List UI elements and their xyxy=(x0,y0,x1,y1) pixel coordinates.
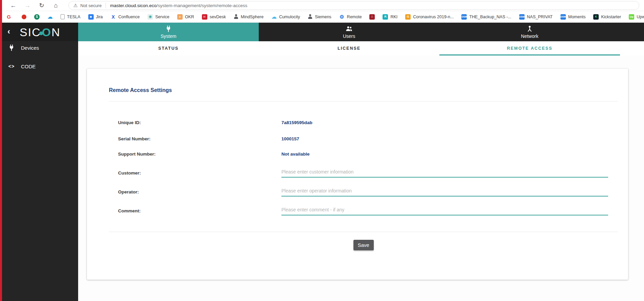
bookmark-label: Remote xyxy=(347,15,362,19)
comment-label: Comment: xyxy=(118,208,141,213)
bookmark-cumulocity[interactable]: ☁Cumulocity xyxy=(271,14,300,20)
bookmark-share-nodes[interactable]: ∴ xyxy=(369,14,375,20)
address-bar[interactable]: ⚠ Not secure master.cloud.sicon.eco/syst… xyxy=(68,1,639,10)
document-icon xyxy=(61,14,65,19)
bookmark-okr[interactable]: ≈OKR xyxy=(177,14,194,20)
bookmark-label: Kickstarter xyxy=(601,15,621,19)
bookmark-kickstarter[interactable]: KKickstarter xyxy=(593,14,621,20)
support-number-value: Not available xyxy=(281,152,309,157)
bookmark-label: Upwork xyxy=(637,15,644,19)
save-button[interactable]: Save xyxy=(353,240,374,250)
bookmark-tesla[interactable]: TESLA xyxy=(61,14,80,19)
customer-input[interactable] xyxy=(281,167,608,178)
onedrive-cloud-icon: ☁ xyxy=(47,14,53,20)
red-app-icon xyxy=(22,15,26,19)
bookmark-label: Service xyxy=(155,15,169,19)
sidebar-item-devices[interactable]: Devices xyxy=(2,41,78,54)
bookmark-mindsphere[interactable]: MindSphere xyxy=(234,14,263,19)
sidebar: ‹ SICON Devices <> CODE xyxy=(2,23,78,301)
serial-number-label: Serial Number: xyxy=(118,136,151,141)
url-domain: master.cloud.sicon.eco xyxy=(110,3,156,8)
bookmark-moments[interactable]: DSMMoments xyxy=(560,14,585,20)
tab-system[interactable]: System xyxy=(78,23,259,41)
tab-label: Network xyxy=(521,33,538,39)
bookmark-confluence[interactable]: XConfluence xyxy=(111,14,140,20)
sidebar-header: ‹ SICON xyxy=(2,23,78,42)
tab-label: System xyxy=(161,33,177,39)
sidebar-item-label: CODE xyxy=(21,64,36,69)
subtab-remote-access[interactable]: REMOTE ACCESS xyxy=(439,41,620,55)
back-icon[interactable]: ← xyxy=(8,2,18,8)
forward-icon[interactable]: → xyxy=(22,2,32,8)
bookmark-sevdesk[interactable]: llsevDesk xyxy=(202,14,226,20)
sidebar-item-code[interactable]: <> CODE xyxy=(2,60,78,73)
reload-icon[interactable]: ↻ xyxy=(37,2,47,8)
bookmark-backup-nas[interactable]: DSMTHE_Backup_NAS -... xyxy=(461,14,511,20)
logo-text: SI xyxy=(20,26,32,39)
plug-icon xyxy=(165,25,172,32)
sevdesk-icon: ll xyxy=(202,14,207,20)
bookmarks-bar: G S ☁ TESLA ◆Jira XConfluence ✳Service ≈… xyxy=(0,11,644,23)
sicon-logo: SICON xyxy=(20,26,61,39)
jira-icon: ◆ xyxy=(88,14,94,20)
bookmark-label: sevDesk xyxy=(210,15,226,19)
confluence-icon: X xyxy=(111,14,116,20)
bookmark-rki[interactable]: RRKI xyxy=(383,14,397,20)
share-nodes-icon: ∴ xyxy=(369,14,375,20)
bookmark-coronavirus[interactable]: GCoronavirus 2019-n... xyxy=(405,14,454,20)
bookmark-siemens[interactable]: Siemens xyxy=(308,14,331,19)
bookmark-jira[interactable]: ◆Jira xyxy=(88,14,103,20)
bookmark-red-app[interactable] xyxy=(22,15,26,19)
browser-toolbar: ← → ↻ ⌂ ⚠ Not secure master.cloud.sicon.… xyxy=(0,0,644,11)
tab-users[interactable]: Users xyxy=(259,23,439,41)
not-secure-warning-icon: ⚠ xyxy=(73,3,78,8)
not-secure-label[interactable]: Not secure xyxy=(80,3,102,8)
bookmark-label: RKI xyxy=(390,15,397,19)
main-content: Remote Access Settings Unique ID: 7a8159… xyxy=(78,55,644,301)
tab-label: Users xyxy=(343,33,355,39)
unique-id-label: Unique ID: xyxy=(118,120,141,125)
bookmark-label: Confluence xyxy=(118,15,140,19)
bookmark-onedrive[interactable]: ☁ xyxy=(47,14,53,20)
browser-chrome: ← → ↻ ⌂ ⚠ Not secure master.cloud.sicon.… xyxy=(0,0,644,23)
sidebar-item-label: Devices xyxy=(21,45,39,51)
cloud-icon: ☁ xyxy=(271,14,277,20)
bookmark-service[interactable]: ✳Service xyxy=(147,14,169,20)
logo-text: N xyxy=(51,26,61,39)
remote-access-card: Remote Access Settings Unique ID: 7a8159… xyxy=(87,69,628,280)
bookmark-label: TESLA xyxy=(67,15,80,19)
corona-icon: G xyxy=(405,14,411,20)
subtab-license[interactable]: LICENSE xyxy=(259,41,439,55)
bookmark-upwork[interactable]: UpUpwork xyxy=(629,14,644,20)
operator-input[interactable] xyxy=(281,186,608,196)
kickstarter-icon: K xyxy=(593,14,599,20)
page-title: Remote Access Settings xyxy=(109,87,172,93)
subtab-status[interactable]: STATUS xyxy=(78,41,259,55)
bookmark-label: Siemens xyxy=(315,15,331,19)
dsm-icon: DSM xyxy=(519,14,525,20)
bookmark-label: OKR xyxy=(185,15,194,19)
plug-icon xyxy=(7,44,16,51)
bookmark-label: Cumulocity xyxy=(279,15,300,19)
home-icon[interactable]: ⌂ xyxy=(51,2,61,8)
network-hub-icon xyxy=(526,25,533,32)
logo-text-teal: O xyxy=(42,26,51,39)
bookmark-label: Coronavirus 2019-n... xyxy=(413,15,454,19)
dsm-icon: DSM xyxy=(560,14,566,20)
bookmark-google[interactable]: G xyxy=(6,14,14,20)
collapse-sidebar-icon[interactable]: ‹ xyxy=(7,27,10,36)
bookmark-label: Moments xyxy=(568,15,585,19)
comment-input[interactable] xyxy=(281,205,608,215)
unique-id-value: 7a8159595dab xyxy=(281,120,313,125)
operator-label: Operator: xyxy=(118,189,139,194)
tab-network[interactable]: Network xyxy=(439,23,620,41)
bookmark-nas-privat[interactable]: DSMNAS_PRIVAT xyxy=(519,14,553,20)
person-pin-icon xyxy=(234,14,238,19)
bookmark-remote[interactable]: ⚙Remote xyxy=(339,14,362,20)
google-icon: G xyxy=(6,14,12,20)
address-separator xyxy=(106,3,106,8)
url-text[interactable]: master.cloud.sicon.eco/system-management… xyxy=(110,3,247,8)
bookmark-green-s[interactable]: S xyxy=(34,14,40,20)
actions-row: Save xyxy=(109,240,618,250)
support-number-label: Support Number: xyxy=(118,152,156,157)
